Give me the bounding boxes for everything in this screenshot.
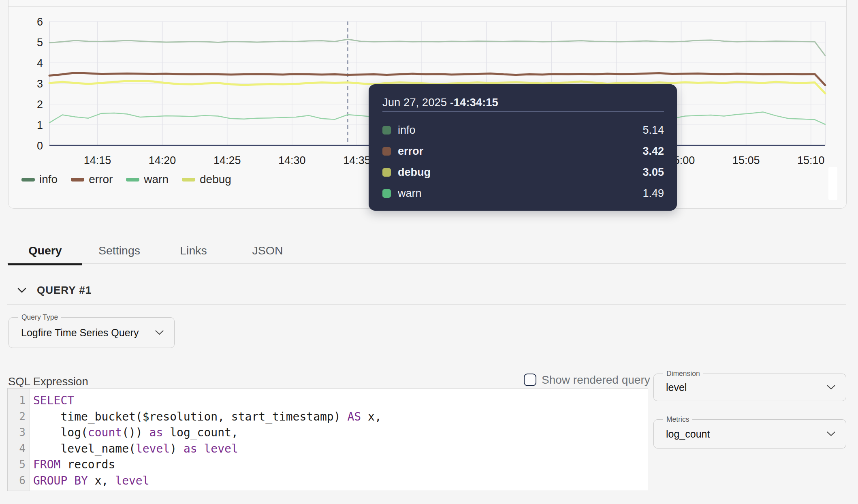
legend-swatch-icon [21,178,35,182]
legend-swatch-icon [71,178,84,182]
legend-item-debug[interactable]: debug [182,173,231,186]
x-axis-tick-label: 14:30 [278,154,306,167]
series-swatch-icon [382,189,391,198]
sql-text [197,442,204,455]
dimension-value: level [666,374,687,401]
tab-links[interactable]: Links [156,237,231,263]
series-swatch-icon [382,126,391,135]
series-name: error [398,145,423,158]
line-number: 3 [8,425,26,441]
tooltip-series-list: info5.14error3.42debug3.05warn1.49 [382,112,664,204]
y-axis-tick-label: 3 [37,78,43,90]
sql-keyword: FROM [33,458,60,471]
sql-keyword: GROUP BY [33,474,88,487]
code-line: FROM records [33,457,648,473]
sql-expression-label: SQL Expression [8,375,88,388]
line-number: 4 [8,441,26,457]
tab-label: Settings [98,244,140,257]
sql-keyword: as [149,426,163,439]
chevron-down-icon [827,431,835,436]
metrics-select[interactable]: Metrics log_count [653,419,846,448]
series-name: warn [398,187,422,200]
dimension-select[interactable]: Dimension level [653,374,846,401]
series-swatch-icon [382,168,391,177]
y-axis-tick-label: 0 [37,140,43,152]
scrollbar-thumb[interactable] [828,167,837,200]
tab-bar-divider [7,263,846,264]
sql-keyword: count [88,426,122,439]
tab-query[interactable]: Query [8,237,82,263]
sql-text: log_count, [163,426,238,439]
sql-keyword: level [204,442,238,455]
sql-text: time_bucket($resolution, start_timestamp… [33,410,347,423]
y-axis-tick-label: 2 [37,98,43,111]
series-value: 3.05 [642,166,664,179]
y-axis-tick-label: 6 [37,16,43,28]
tooltip-date: Jun 27, 2025 - [382,96,454,109]
legend-label: warn [144,173,169,186]
x-axis-tick-label: 14:35 [343,154,371,167]
sql-text: ()) [122,426,149,439]
series-value: 5.14 [642,124,664,137]
line-number: 5 [8,457,26,473]
y-axis-tick-label: 5 [37,36,43,49]
x-axis-tick-label: 14:15 [84,154,111,167]
sql-keyword: SELECT [33,394,74,407]
legend-label: error [89,173,113,186]
sql-code-editor[interactable]: 123456 SELECT time_bucket($resolution, s… [7,388,648,491]
series-name: info [398,124,416,137]
tab-label: Links [180,244,207,257]
tab-label: Query [28,244,62,257]
sql-keyword: AS [347,410,361,423]
sql-keyword: as [184,442,197,455]
show-rendered-query-label[interactable]: Show rendered query [542,374,650,387]
metrics-value: log_count [666,420,710,448]
series-value: 3.42 [642,145,664,158]
query-section-header[interactable]: QUERY #1 [17,283,92,297]
legend-swatch-icon [182,178,195,182]
tooltip-time: 14:34:15 [454,96,498,109]
tab-json[interactable]: JSON [231,237,305,263]
chevron-down-icon [827,385,835,390]
sql-text: level_name( [33,442,136,455]
chevron-down-icon [155,330,164,335]
legend-item-info[interactable]: info [21,173,58,186]
sql-text: x, [361,410,382,423]
chart-legend: infoerrorwarndebug [21,173,231,186]
series-name: debug [398,166,431,179]
sql-keyword: level [136,442,170,455]
tooltip-row-error: error3.42 [382,141,664,162]
code-line: level_name(level) as level [33,441,648,457]
tab-settings[interactable]: Settings [82,237,156,263]
active-tab-underline [8,263,82,265]
chevron-down-icon [17,288,26,293]
y-axis-tick-label: 4 [37,57,43,69]
sql-keyword: level [115,474,149,487]
x-axis-tick-label: 15:05 [732,154,760,167]
sql-text: x, [88,474,115,487]
sql-text: records [60,458,115,471]
tooltip-row-debug: debug3.05 [382,162,664,183]
show-rendered-query-checkbox[interactable] [524,374,536,386]
code-line: time_bucket($resolution, start_timestamp… [33,409,648,425]
sql-text: log( [33,426,88,439]
line-number-gutter: 123456 [8,389,30,491]
tab-bar: QuerySettingsLinksJSON [8,237,305,263]
tooltip-row-info: info5.14 [382,120,664,141]
query-section-title: QUERY #1 [37,284,92,297]
query-editor-page: 012345614:1514:2014:2514:3014:3514:4014:… [0,0,858,504]
line-number: 1 [8,393,26,409]
x-axis-tick-label: 14:20 [149,154,176,167]
series-value: 1.49 [642,187,664,200]
code-line: SELECT [33,393,648,409]
y-axis-tick-label: 1 [37,119,43,131]
legend-item-warn[interactable]: warn [126,173,169,186]
tab-label: JSON [252,244,283,257]
query-type-select[interactable]: Query Type Logfire Time Series Query [9,317,175,348]
tooltip-row-warn: warn1.49 [382,183,664,204]
series-swatch-icon [382,147,391,156]
legend-label: debug [200,173,231,186]
legend-item-error[interactable]: error [71,173,113,186]
sql-code[interactable]: SELECT time_bucket($resolution, start_ti… [30,389,648,491]
code-line: GROUP BY x, level [33,473,648,489]
